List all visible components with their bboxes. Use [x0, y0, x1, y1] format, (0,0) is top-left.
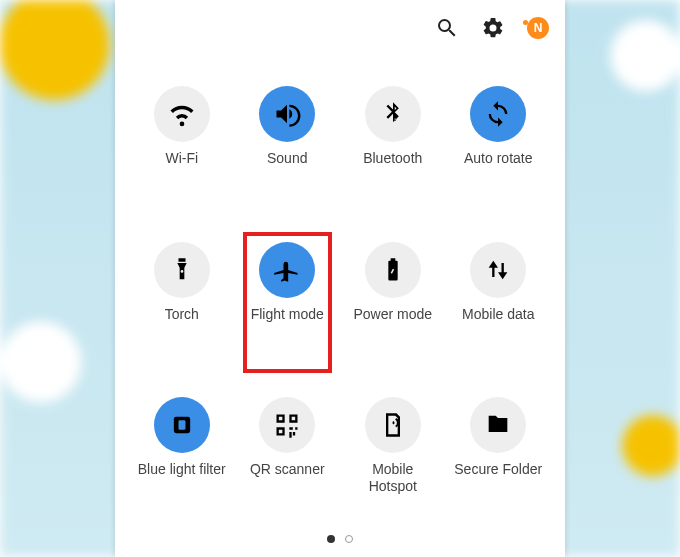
- rotate-icon[interactable]: [470, 86, 526, 142]
- tile-label: Secure Folder: [454, 461, 542, 478]
- tile-label: Bluetooth: [363, 150, 422, 167]
- profile-avatar[interactable]: N: [527, 17, 549, 39]
- topbar: N: [115, 0, 565, 56]
- tile-torch[interactable]: Torch: [129, 242, 235, 356]
- tile-label: Mobile data: [462, 306, 534, 323]
- search-icon[interactable]: [435, 16, 459, 40]
- tile-label: Mobile Hotspot: [348, 461, 438, 495]
- more-menu-icon[interactable]: N: [527, 16, 549, 40]
- battery-icon[interactable]: [365, 242, 421, 298]
- quick-settings-grid: Wi-FiSoundBluetoothAuto rotateTorchFligh…: [115, 56, 565, 521]
- tile-hotspot[interactable]: Mobile Hotspot: [340, 397, 446, 511]
- tile-wifi[interactable]: Wi-Fi: [129, 86, 235, 200]
- tile-flight[interactable]: Flight mode: [235, 242, 341, 356]
- avatar-initial: N: [534, 21, 543, 35]
- page-dot-2[interactable]: [345, 535, 353, 543]
- tile-label: Power mode: [353, 306, 432, 323]
- tile-label: Wi-Fi: [165, 150, 198, 167]
- tile-bluetooth[interactable]: Bluetooth: [340, 86, 446, 200]
- tile-mobiledata[interactable]: Mobile data: [446, 242, 552, 356]
- tile-autorotate[interactable]: Auto rotate: [446, 86, 552, 200]
- tile-label: Sound: [267, 150, 307, 167]
- quick-settings-panel: N Wi-FiSoundBluetoothAuto rotateTorchFli…: [115, 0, 565, 557]
- tile-label: Auto rotate: [464, 150, 533, 167]
- tile-sound[interactable]: Sound: [235, 86, 341, 200]
- tile-secure[interactable]: Secure Folder: [446, 397, 552, 511]
- qr-icon[interactable]: [259, 397, 315, 453]
- bluetooth-icon[interactable]: [365, 86, 421, 142]
- wifi-icon[interactable]: [154, 86, 210, 142]
- tile-label: Blue light filter: [138, 461, 226, 478]
- updown-icon[interactable]: [470, 242, 526, 298]
- tile-bluelight[interactable]: Blue light filter: [129, 397, 235, 511]
- hotspot-icon[interactable]: [365, 397, 421, 453]
- torch-icon[interactable]: [154, 242, 210, 298]
- page-indicator[interactable]: [115, 521, 565, 557]
- folder-icon[interactable]: [470, 397, 526, 453]
- tile-qr[interactable]: QR scanner: [235, 397, 341, 511]
- settings-gear-icon[interactable]: [481, 16, 505, 40]
- tile-label: QR scanner: [250, 461, 325, 478]
- tile-label: Torch: [165, 306, 199, 323]
- page-dot-1[interactable]: [327, 535, 335, 543]
- tile-label: Flight mode: [251, 306, 324, 323]
- sound-icon[interactable]: [259, 86, 315, 142]
- tile-power[interactable]: Power mode: [340, 242, 446, 356]
- bluelight-icon[interactable]: [154, 397, 210, 453]
- airplane-icon[interactable]: [259, 242, 315, 298]
